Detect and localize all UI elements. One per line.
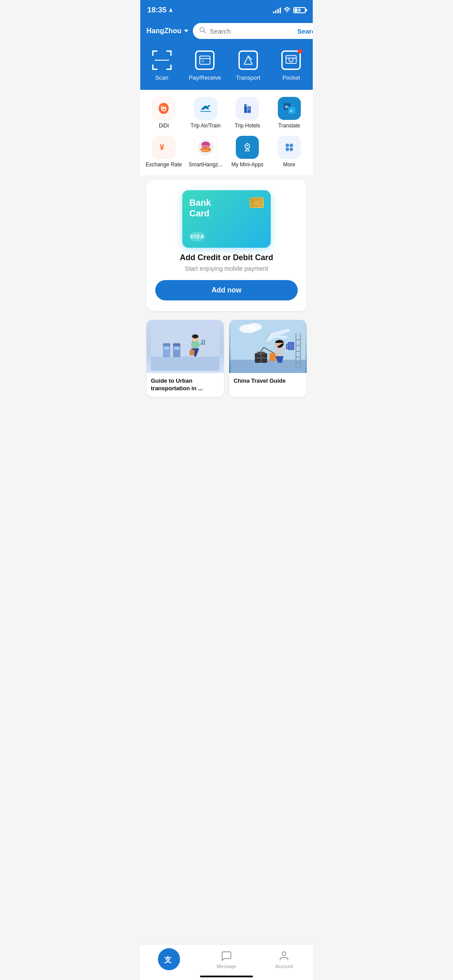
quick-action-transport[interactable]: Transport [226, 49, 270, 81]
svg-rect-36 [151, 357, 219, 371]
status-time: 18:35 [147, 6, 173, 15]
urban-illustration [146, 320, 224, 373]
mini-app-translate[interactable]: 中 A Translate [270, 97, 309, 129]
signal-bar-2 [275, 10, 276, 13]
status-icons: 57 [273, 7, 306, 14]
didi-label: DiDi [159, 123, 169, 129]
pay-label: Pay/Receive [189, 74, 221, 81]
signal-bar-3 [277, 9, 279, 13]
scan-icon [152, 50, 172, 70]
bank-card-section: BankCard VISA Add Credit or Debit Card S… [146, 180, 307, 311]
svg-rect-18 [249, 109, 250, 110]
location-button[interactable]: HangZhou [146, 27, 188, 35]
mini-apps-section: DiDi Trip Air/Train [140, 90, 313, 175]
svg-rect-16 [249, 108, 250, 108]
mini-app-trip-hotels[interactable]: Trip Hotels [228, 97, 267, 129]
mini-app-smarthangz[interactable]: 19th Asian Games 2022 Hangzhou SmartHang… [187, 136, 225, 168]
svg-rect-15 [248, 108, 249, 108]
svg-text:Hangzhou: Hangzhou [202, 150, 209, 151]
quick-action-pay[interactable]: Pay/Receive [184, 49, 227, 81]
location-arrow-icon [168, 8, 173, 13]
transport-icon-wrap [237, 49, 260, 72]
pay-icon [195, 50, 215, 70]
svg-point-31 [285, 144, 289, 147]
svg-rect-13 [245, 105, 246, 106]
svg-rect-42 [174, 346, 179, 350]
urban-transport-label: Guide to Urban transportation in ... [146, 373, 224, 397]
svg-point-33 [285, 148, 289, 151]
svg-point-30 [247, 145, 248, 146]
mini-app-my-apps[interactable]: My Mini-Apps [228, 136, 267, 168]
svg-text:Games 2022: Games 2022 [201, 147, 210, 149]
mini-app-didi[interactable]: DiDi [145, 97, 183, 129]
smarthangz-icon: 19th Asian Games 2022 Hangzhou [194, 136, 217, 159]
quick-action-scan[interactable]: Scan [140, 49, 184, 81]
trip-hotels-label: Trip Hotels [234, 123, 260, 129]
more-icon [278, 136, 301, 159]
pocket-icon [281, 50, 301, 70]
signal-bar-1 [273, 12, 274, 13]
svg-rect-40 [173, 343, 180, 346]
trip-air-label: Trip Air/Train [191, 123, 221, 129]
trip-air-icon [194, 97, 217, 120]
signal-bar-4 [280, 8, 281, 13]
svg-point-1 [200, 27, 204, 31]
search-bar[interactable]: Search [193, 23, 313, 39]
mini-app-more[interactable]: More [270, 136, 309, 168]
svg-rect-17 [248, 109, 249, 110]
search-icon [199, 27, 206, 35]
svg-rect-48 [202, 340, 204, 344]
my-mini-apps-icon [236, 136, 259, 159]
pocket-label: Pocket [282, 74, 300, 81]
transport-label: Transport [236, 74, 260, 81]
chevron-down-icon [184, 30, 188, 32]
didi-icon [152, 97, 175, 120]
guide-cards: Guide to Urban transportation in ... [140, 315, 313, 401]
more-label: More [283, 161, 295, 168]
svg-point-52 [248, 323, 262, 331]
translate-icon: 中 A [278, 97, 301, 120]
svg-rect-3 [200, 56, 210, 65]
svg-text:¥: ¥ [160, 143, 164, 152]
guide-card-travel[interactable]: China Travel Guide [229, 320, 307, 397]
svg-rect-66 [269, 353, 276, 361]
card-subtitle: Start enjoying mobile payment [185, 265, 268, 272]
search-button[interactable]: Search [297, 27, 313, 35]
svg-rect-54 [230, 360, 306, 373]
bank-card-visual: BankCard VISA [182, 190, 271, 248]
translate-label: Translate [278, 123, 300, 129]
status-bar: 18:35 57 [140, 0, 313, 19]
svg-point-34 [289, 148, 293, 151]
quick-action-pocket[interactable]: Pocket [270, 49, 313, 81]
pocket-icon-wrap [280, 49, 303, 72]
add-now-button[interactable]: Add now [155, 280, 298, 300]
svg-line-2 [203, 31, 205, 33]
signal-bars [273, 8, 281, 13]
search-input[interactable] [210, 27, 294, 35]
exchange-label: Exchange Rate [146, 161, 182, 168]
travel-illustration [229, 320, 307, 373]
mini-app-trip-air[interactable]: Trip Air/Train [187, 97, 225, 129]
visa-logo: VISA [189, 232, 205, 242]
svg-rect-41 [164, 346, 169, 350]
trip-hotels-icon [236, 97, 259, 120]
scan-icon-wrap [150, 49, 173, 72]
my-mini-apps-label: My Mini-Apps [231, 161, 264, 168]
smarthangz-label: SmartHangz... [188, 161, 223, 168]
guide-card-urban[interactable]: Guide to Urban transportation in ... [146, 320, 224, 397]
transport-icon [238, 50, 258, 70]
urban-transport-image [146, 320, 224, 373]
header: HangZhou Search [140, 19, 313, 45]
svg-rect-75 [288, 342, 294, 350]
mini-app-exchange[interactable]: ¥ Exchange Rate [145, 136, 183, 168]
svg-point-32 [289, 144, 293, 147]
mini-apps-grid: DiDi Trip Air/Train [145, 97, 308, 168]
svg-text:19th Asian: 19th Asian [201, 145, 211, 147]
svg-point-8 [162, 107, 165, 109]
svg-rect-60 [276, 348, 283, 357]
battery-icon: 57 [293, 7, 306, 13]
svg-rect-14 [246, 105, 247, 106]
wifi-icon [284, 7, 291, 14]
pocket-notification-dot [298, 49, 302, 54]
time-display: 18:35 [147, 6, 166, 15]
